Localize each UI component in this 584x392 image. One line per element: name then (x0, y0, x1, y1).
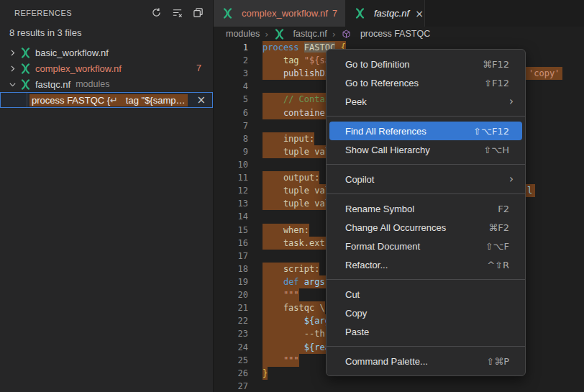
result-count-badge: 7 (196, 63, 201, 73)
code-token: args (304, 277, 325, 287)
references-file-list: basic_workflow.nfcomplex_workflow.nf7fas… (0, 45, 213, 92)
breadcrumb-fastqc[interactable]: fastqc.nf (273, 28, 327, 40)
reference-match-row[interactable]: process FASTQC {↵ tag "${samp… × (0, 92, 213, 108)
process-symbol-icon (341, 28, 352, 40)
code-token: when: (263, 225, 309, 235)
references-panel: REFERENCES 8 results in 3 files basic_wo… (0, 0, 214, 392)
menu-item-label: Go to References (345, 78, 484, 88)
menu-item-label: Peek (345, 96, 509, 107)
match-code: process FASTQC { (32, 95, 110, 106)
code-line-content: """ (263, 354, 299, 367)
code-token (263, 94, 283, 104)
code-token: def (283, 277, 299, 287)
code-token: input: (263, 134, 314, 144)
nextflow-file-icon (19, 63, 31, 74)
line-number: 27 (214, 380, 248, 392)
code-token: tag (283, 55, 299, 65)
chevron-right-icon[interactable] (6, 47, 18, 58)
line-number: 24 (214, 341, 248, 354)
code-line-content: when: (263, 224, 309, 237)
menu-item-label: Command Palette... (345, 356, 486, 367)
code-token: process (263, 42, 299, 53)
menu-item-shortcut: ⇧F12 (484, 78, 509, 88)
code-token: """ (263, 355, 299, 365)
menu-item-label: Format Document (345, 241, 485, 252)
nextflow-file-icon (354, 8, 365, 19)
file-row-fastqc-nf[interactable]: fastqc.nfmodules (0, 76, 213, 92)
code-line[interactable]: 27 (214, 380, 584, 392)
menu-item-shortcut: ^⇧R (487, 260, 509, 270)
line-number: 23 (214, 327, 248, 340)
menu-item-label: Cut (345, 289, 509, 300)
menu-item-find-all-references[interactable]: Find All References⇧⌥F12 (329, 122, 522, 140)
code-token: """ (263, 290, 299, 300)
menu-separator (327, 279, 525, 280)
menu-item-go-to-references[interactable]: Go to References⇧F12 (329, 73, 522, 92)
line-number: 26 (214, 367, 248, 380)
line-number: 6 (214, 106, 248, 119)
return-symbol: ↵ (110, 95, 118, 106)
line-number: 2 (214, 54, 248, 67)
file-name: basic_workflow.nf (35, 47, 109, 58)
line-number: 16 (214, 237, 248, 250)
menu-item-show-call-hierarchy[interactable]: Show Call Hierarchy⇧⌥H (329, 140, 522, 159)
line-number: 12 (214, 184, 248, 197)
dismiss-match-icon[interactable]: × (196, 94, 206, 106)
menu-item-rename-symbol[interactable]: Rename SymbolF2 (329, 199, 522, 218)
line-number: 9 (214, 145, 248, 158)
menu-item-paste[interactable]: Paste (329, 322, 522, 341)
code-token (263, 277, 283, 287)
collapse-all-button[interactable] (190, 5, 206, 21)
menu-item-refactor[interactable]: Refactor...^⇧R (329, 255, 522, 274)
tab-result-count: 7 (332, 9, 337, 19)
menu-item-copy[interactable]: Copy (329, 304, 522, 322)
code-token (299, 277, 304, 287)
breadcrumb-symbol[interactable]: process FASTQC (341, 28, 430, 40)
menu-item-shortcut: ⇧⌥H (483, 145, 509, 155)
menu-item-label: Copilot (345, 174, 509, 185)
refresh-button[interactable] (148, 5, 164, 21)
file-row-basic-workflow-nf[interactable]: basic_workflow.nf (0, 45, 213, 60)
menu-item-label: Copy (345, 308, 509, 319)
menu-item-copilot[interactable]: Copilot› (329, 170, 522, 188)
submenu-chevron-icon: › (509, 95, 514, 108)
menu-item-shortcut: ⇧⌥F (485, 241, 509, 252)
close-tab-icon[interactable]: × (415, 8, 424, 19)
menu-item-go-to-definition[interactable]: Go to Definition⌘F12 (329, 55, 522, 73)
tab-fastqc[interactable]: fastqc.nf × (346, 0, 425, 27)
menu-separator (327, 346, 525, 347)
chevron-right-icon[interactable] (6, 63, 18, 74)
menu-separator (327, 116, 525, 117)
menu-item-format-document[interactable]: Format Document⇧⌥F (329, 237, 522, 255)
menu-item-label: Find All References (345, 126, 473, 137)
tab-complex-workflow[interactable]: complex_workflow.nf 7 (214, 0, 346, 27)
chevron-down-icon[interactable] (6, 78, 18, 90)
breadcrumb-modules[interactable]: modules (226, 29, 260, 39)
panel-toolbar (148, 5, 206, 21)
menu-item-cut[interactable]: Cut (329, 285, 522, 304)
code-line-content: """ (263, 288, 299, 301)
menu-item-shortcut: F2 (498, 204, 509, 214)
breadcrumb: modules › fastqc.nf › process FASTQC (214, 27, 584, 41)
nextflow-file-icon (19, 78, 31, 90)
line-number: 8 (214, 132, 248, 145)
code-line-content: script: (263, 263, 319, 275)
ellipsis: … (176, 95, 186, 106)
menu-item-change-all-occurrences[interactable]: Change All Occurrences⌘F2 (329, 218, 522, 237)
code-token (299, 42, 304, 53)
menu-item-command-palette[interactable]: Command Palette...⇧⌘P (329, 352, 522, 370)
menu-separator (327, 193, 525, 194)
code-token: script: (263, 264, 319, 274)
line-number: 7 (214, 119, 248, 132)
line-number: 22 (214, 314, 248, 327)
menu-item-label: Show Call Hierarchy (345, 145, 483, 155)
line-number: 10 (214, 158, 248, 171)
menu-item-peek[interactable]: Peek› (329, 92, 522, 111)
file-row-complex-workflow-nf[interactable]: complex_workflow.nf7 (0, 60, 213, 76)
code-token (263, 55, 283, 65)
code-token (263, 316, 304, 326)
breadcrumb-separator: › (265, 29, 268, 40)
menu-item-shortcut: ⇧⌘P (486, 356, 509, 367)
clear-all-button[interactable] (169, 5, 185, 21)
line-number: 14 (214, 210, 248, 223)
